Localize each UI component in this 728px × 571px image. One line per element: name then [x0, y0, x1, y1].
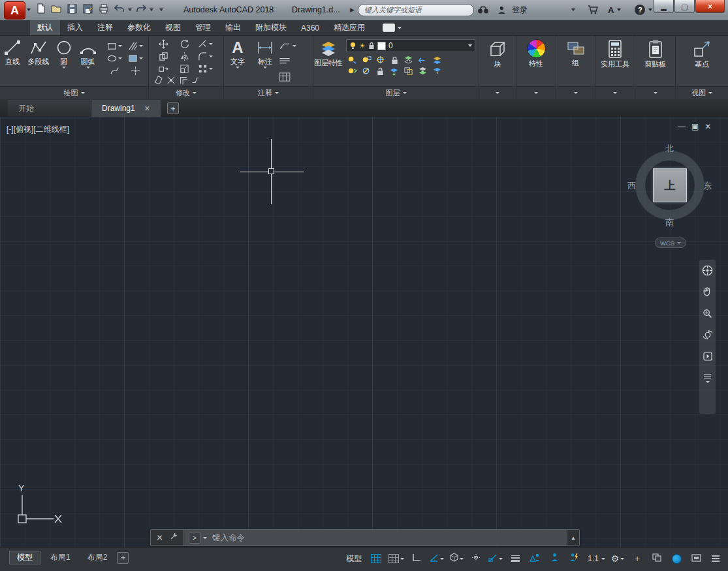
file-tab-drawing1[interactable]: Drawing1 ✕ — [91, 100, 161, 117]
login-caret-icon[interactable] — [571, 8, 575, 11]
explode-tool-button[interactable] — [166, 76, 176, 85]
line-button[interactable]: 直线 — [0, 36, 25, 65]
graphics-performance-toggle[interactable] — [668, 551, 685, 566]
text-button[interactable]: A 文字 — [224, 36, 251, 69]
command-prompt-icon[interactable]: > — [189, 532, 200, 544]
viewcube-east-label[interactable]: 东 — [703, 180, 712, 192]
trim-tool-button[interactable] — [195, 38, 215, 50]
object-snap-tracking-toggle[interactable] — [467, 551, 484, 566]
command-line[interactable]: ✕ > ▲ — [150, 529, 580, 546]
leader-tool-button[interactable] — [279, 41, 291, 50]
lineweight-toggle[interactable] — [507, 551, 524, 566]
scale-tool-button[interactable] — [174, 63, 195, 75]
command-close-icon[interactable]: ✕ — [156, 533, 163, 542]
panel-label-utilities[interactable] — [595, 86, 635, 99]
gradient-tool-button[interactable] — [125, 52, 146, 65]
minimize-button[interactable]: ▂ — [654, 0, 674, 13]
clean-screen-button[interactable] — [688, 551, 704, 566]
group-button[interactable]: 组 — [558, 36, 593, 67]
annotation-visibility-toggle[interactable] — [526, 551, 543, 566]
arc-button[interactable]: 圆弧 — [76, 36, 100, 69]
isometric-drafting-toggle[interactable] — [448, 551, 465, 566]
layer-properties-button[interactable]: 图层特性 — [313, 36, 343, 67]
polyline-button[interactable]: 多段线 — [25, 36, 52, 65]
object-snap-toggle[interactable] — [487, 551, 504, 566]
app-store-icon[interactable]: A — [608, 5, 614, 15]
panel-label-groups[interactable] — [556, 86, 595, 99]
save-as-button[interactable] — [81, 3, 95, 17]
annotation-add-scales-button[interactable]: ＋ — [629, 551, 646, 566]
command-history-button[interactable]: ▲ — [567, 530, 579, 546]
layout-tab-layout2[interactable]: 布局2 — [80, 551, 115, 564]
search-expand-icon[interactable]: ▶ — [350, 7, 355, 13]
panel-label-view[interactable]: 视图 — [676, 86, 728, 99]
move-tool-button[interactable] — [153, 38, 174, 50]
layer-unlock-tool-button[interactable] — [376, 67, 385, 76]
ortho-mode-toggle[interactable] — [408, 551, 425, 566]
layer-select[interactable]: ☀ 0 — [346, 39, 475, 52]
array-tool-button[interactable] — [195, 63, 215, 75]
mtext-lines-button[interactable] — [279, 57, 291, 65]
wcs-badge[interactable]: WCS — [655, 238, 686, 248]
doc-restore-icon[interactable]: ▣ — [691, 122, 699, 131]
tab-annotate[interactable]: 注释 — [90, 20, 120, 35]
tab-featured-apps[interactable]: 精选应用 — [326, 20, 372, 35]
user-icon[interactable] — [498, 6, 506, 14]
maximize-button[interactable]: ▢ — [674, 0, 695, 13]
point-tool-button[interactable] — [125, 65, 146, 77]
grid-display-toggle[interactable] — [368, 551, 385, 566]
app-store-caret-icon[interactable] — [617, 8, 621, 11]
command-line-grip[interactable]: ✕ — [151, 530, 184, 546]
panel-label-properties[interactable] — [516, 86, 556, 99]
polar-tracking-toggle[interactable] — [428, 551, 445, 566]
annotation-scale-button[interactable]: 1:1 — [585, 551, 607, 566]
full-navigation-wheel-button[interactable] — [701, 262, 714, 278]
utilities-button[interactable]: 实用工具 — [596, 36, 634, 68]
rotate-tool-button[interactable] — [174, 38, 195, 50]
viewcube-west-label[interactable]: 西 — [627, 180, 636, 192]
join-tool-button[interactable] — [191, 76, 200, 85]
viewcube-south-label[interactable]: 南 — [665, 217, 674, 228]
isolate-objects-toggle[interactable] — [648, 551, 665, 566]
layer-prev-tool-button[interactable] — [418, 55, 428, 65]
panel-label-clipboard[interactable] — [635, 86, 675, 99]
command-wrench-icon[interactable] — [169, 532, 178, 544]
table-tool-button[interactable] — [279, 72, 291, 82]
zoom-button[interactable] — [701, 305, 714, 321]
app-menu-button[interactable]: A — [4, 1, 25, 20]
undo-caret-icon[interactable] — [128, 8, 132, 11]
save-button[interactable] — [65, 3, 79, 17]
file-tab-start[interactable]: 开始 — [8, 100, 91, 117]
doc-close-icon[interactable]: ✕ — [704, 122, 711, 131]
redo-caret-icon[interactable] — [150, 8, 153, 11]
panel-label-annotation[interactable]: 注释 — [224, 86, 313, 99]
search-input[interactable] — [358, 4, 474, 16]
tab-addins[interactable]: 附加模块 — [248, 20, 294, 35]
drawing-canvas[interactable]: [-][俯视][二维线框] — ▣ ✕ 上 北 南 西 东 WCS — [0, 117, 728, 547]
layer-freeze-tool-button[interactable] — [376, 55, 386, 65]
ellipse-tool-button[interactable] — [104, 52, 125, 65]
tab-output[interactable]: 输出 — [218, 20, 248, 35]
layer-copy-tool-button[interactable] — [404, 67, 413, 76]
rectangle-tool-button[interactable] — [104, 40, 125, 52]
layer-walk-tool-button[interactable] — [418, 67, 428, 76]
layer-lock-tool-button[interactable] — [390, 55, 399, 65]
base-point-button[interactable]: 基点 — [685, 36, 719, 68]
new-file-button[interactable] — [34, 3, 48, 17]
mirror-tool-button[interactable] — [174, 50, 195, 63]
workspace-switcher[interactable]: ⚙ — [609, 551, 626, 566]
tab-home[interactable]: 默认 — [30, 20, 60, 35]
qat-customize-caret-icon[interactable] — [159, 8, 163, 11]
show-motion-button[interactable] — [701, 348, 714, 364]
layer-state-tool-button[interactable] — [432, 55, 442, 65]
erase-tool-button[interactable] — [154, 76, 163, 85]
annotation-autoscale-toggle[interactable] — [546, 551, 563, 566]
layer-match-tool-button[interactable] — [404, 55, 413, 65]
spline-tool-button[interactable] — [104, 65, 125, 77]
help-icon[interactable]: ? — [635, 5, 645, 15]
open-file-button[interactable] — [50, 3, 63, 17]
panel-label-draw[interactable]: 绘图 — [0, 86, 148, 99]
dimension-button[interactable]: 标注 — [251, 36, 279, 69]
navbar-more-button[interactable] — [701, 370, 714, 386]
help-caret-icon[interactable] — [648, 8, 652, 11]
